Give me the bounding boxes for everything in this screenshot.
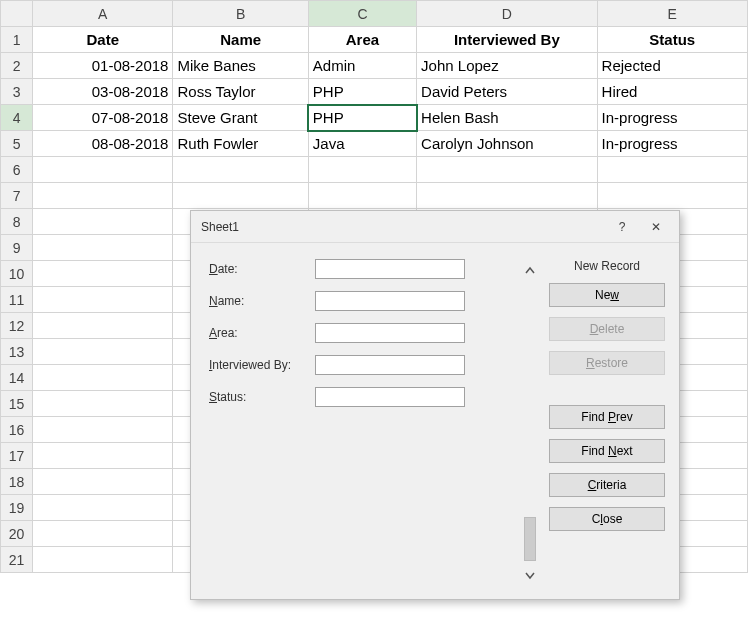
row-header[interactable]: 8 [1, 209, 33, 235]
cell[interactable] [33, 521, 173, 547]
col-header-D[interactable]: D [417, 1, 597, 27]
scroll-up-icon[interactable] [522, 263, 538, 279]
help-button[interactable]: ? [605, 215, 639, 239]
cell[interactable] [33, 209, 173, 235]
cell[interactable]: 08-08-2018 [33, 131, 173, 157]
cell[interactable]: 01-08-2018 [33, 53, 173, 79]
row-header-3[interactable]: 3 [1, 79, 33, 105]
cell-active[interactable]: PHP [308, 105, 416, 131]
restore-button[interactable]: Restore [549, 351, 665, 375]
cell[interactable] [33, 339, 173, 365]
cell[interactable] [33, 235, 173, 261]
cell[interactable]: Area [308, 27, 416, 53]
delete-button[interactable]: Delete [549, 317, 665, 341]
cell[interactable] [33, 443, 173, 469]
date-input[interactable] [315, 259, 465, 279]
cell[interactable] [33, 469, 173, 495]
row-header-5[interactable]: 5 [1, 131, 33, 157]
cell[interactable]: Interviewed By [417, 27, 597, 53]
close-button[interactable]: Close [549, 507, 665, 531]
row-header-1[interactable]: 1 [1, 27, 33, 53]
select-all-cell[interactable] [1, 1, 33, 27]
cell[interactable] [33, 365, 173, 391]
cell[interactable] [33, 287, 173, 313]
area-input[interactable] [315, 323, 465, 343]
cell[interactable] [33, 547, 173, 573]
row-header[interactable]: 18 [1, 469, 33, 495]
cell[interactable] [33, 183, 173, 209]
cell[interactable]: Admin [308, 53, 416, 79]
cell[interactable]: David Peters [417, 79, 597, 105]
cell[interactable] [33, 261, 173, 287]
cell[interactable] [308, 157, 416, 183]
row-header[interactable]: 11 [1, 287, 33, 313]
cell[interactable] [173, 157, 308, 183]
col-header-C[interactable]: C [308, 1, 416, 27]
cell[interactable] [417, 183, 597, 209]
find-next-button[interactable]: Find Next [549, 439, 665, 463]
cell[interactable]: In-progress [597, 131, 747, 157]
cell[interactable]: Ruth Fowler [173, 131, 308, 157]
cell[interactable] [597, 157, 747, 183]
cell[interactable] [417, 157, 597, 183]
row-header[interactable]: 6 [1, 157, 33, 183]
dialog-title: Sheet1 [201, 220, 605, 234]
criteria-button[interactable]: Criteria [549, 473, 665, 497]
row-header[interactable]: 7 [1, 183, 33, 209]
cell[interactable] [33, 417, 173, 443]
close-icon: ✕ [651, 220, 661, 234]
cell[interactable] [597, 183, 747, 209]
cell[interactable]: Hired [597, 79, 747, 105]
row-header[interactable]: 12 [1, 313, 33, 339]
row-header-2[interactable]: 2 [1, 53, 33, 79]
area-label: Area: [209, 326, 315, 340]
cell[interactable]: Java [308, 131, 416, 157]
row-header[interactable]: 17 [1, 443, 33, 469]
cell[interactable] [33, 157, 173, 183]
cell[interactable]: Status [597, 27, 747, 53]
row-header[interactable]: 15 [1, 391, 33, 417]
col-header-A[interactable]: A [33, 1, 173, 27]
cell[interactable]: Helen Bash [417, 105, 597, 131]
cell[interactable] [173, 183, 308, 209]
cell[interactable]: Name [173, 27, 308, 53]
row-header[interactable]: 16 [1, 417, 33, 443]
find-prev-button[interactable]: Find Prev [549, 405, 665, 429]
cell[interactable]: Steve Grant [173, 105, 308, 131]
record-status-label: New Record [549, 259, 665, 273]
status-input[interactable] [315, 387, 465, 407]
col-header-B[interactable]: B [173, 1, 308, 27]
cell[interactable]: PHP [308, 79, 416, 105]
name-input[interactable] [315, 291, 465, 311]
row-header[interactable]: 19 [1, 495, 33, 521]
scroll-down-icon[interactable] [522, 567, 538, 583]
cell[interactable]: 03-08-2018 [33, 79, 173, 105]
interviewed-by-input[interactable] [315, 355, 465, 375]
cell[interactable] [33, 495, 173, 521]
cell[interactable] [33, 391, 173, 417]
row-header[interactable]: 13 [1, 339, 33, 365]
cell[interactable]: Rejected [597, 53, 747, 79]
row-header[interactable]: 10 [1, 261, 33, 287]
cell[interactable]: John Lopez [417, 53, 597, 79]
new-button[interactable]: New [549, 283, 665, 307]
col-header-E[interactable]: E [597, 1, 747, 27]
row-header[interactable]: 20 [1, 521, 33, 547]
cell[interactable]: Carolyn Johnson [417, 131, 597, 157]
close-window-button[interactable]: ✕ [639, 215, 673, 239]
row-header[interactable]: 9 [1, 235, 33, 261]
cell[interactable]: Date [33, 27, 173, 53]
cell[interactable]: In-progress [597, 105, 747, 131]
dialog-titlebar[interactable]: Sheet1 ? ✕ [191, 211, 679, 243]
scroll-thumb[interactable] [524, 517, 536, 561]
row-header[interactable]: 14 [1, 365, 33, 391]
cell[interactable]: Ross Taylor [173, 79, 308, 105]
cell[interactable] [33, 313, 173, 339]
row-header[interactable]: 21 [1, 547, 33, 573]
row-header-4[interactable]: 4 [1, 105, 33, 131]
cell[interactable] [308, 183, 416, 209]
cell[interactable]: Mike Banes [173, 53, 308, 79]
cell[interactable]: 07-08-2018 [33, 105, 173, 131]
name-label: Name: [209, 294, 315, 308]
scroll-track[interactable] [522, 283, 538, 563]
